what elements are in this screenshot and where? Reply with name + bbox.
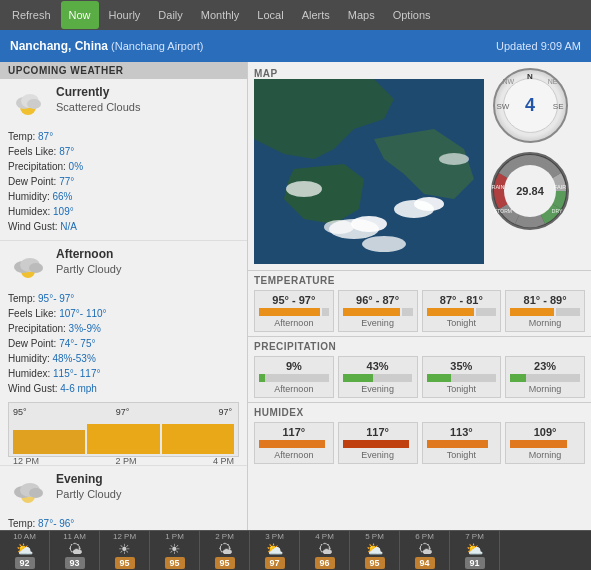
hour-3pm: 3 PM ⛅ 97 [250, 531, 300, 570]
evening-details: Temp: 87°- 96° Feels Like: 102°- 107° Pr… [8, 516, 239, 530]
svg-text:DRY: DRY [552, 208, 563, 214]
afternoon-icon [8, 247, 48, 287]
temperature-section: TEMPERATURE 95° - 97° Afternoon 96° - 87… [248, 270, 591, 336]
compass: NW N NE SW SE 4 [493, 68, 568, 143]
precip-morning: 23% Morning [505, 356, 585, 398]
humidex-afternoon: 117° Afternoon [254, 422, 334, 464]
svg-point-22 [286, 181, 322, 197]
precipitation-title: PRECIPITATION [254, 341, 585, 352]
map-label: MAP [254, 68, 484, 79]
refresh-button[interactable]: Refresh [4, 1, 59, 29]
svg-point-18 [351, 216, 387, 232]
afternoon-condition: Partly Cloudy [56, 263, 121, 275]
humidex-title: HUMIDEX [254, 407, 585, 418]
precip-afternoon: 9% Afternoon [254, 356, 334, 398]
afternoon-chart: 95° 97° 97° 12 PM 2 PM 4 PM [8, 402, 239, 457]
afternoon-block: Afternoon Partly Cloudy Temp: 95°- 97° F… [0, 241, 247, 466]
location-bar: Nanchang, China (Nanchang Airport) Updat… [0, 30, 591, 62]
evening-block: Evening Partly Cloudy Temp: 87°- 96° Fee… [0, 466, 247, 530]
barometer-svg: 29.84 RAIN FAIR STORM DRY [490, 151, 570, 231]
currently-block: Currently Scattered Clouds Temp: 87° Fee… [0, 79, 247, 241]
map-container [254, 79, 484, 264]
currently-title: Currently [56, 85, 140, 99]
temp-evening: 96° - 87° Evening [338, 290, 418, 332]
temperature-title: TEMPERATURE [254, 275, 585, 286]
svg-point-3 [27, 99, 41, 109]
currently-condition: Scattered Clouds [56, 101, 140, 113]
evening-condition: Partly Cloudy [56, 488, 121, 500]
humidex-grid: 117° Afternoon 117° Evening 113° [254, 422, 585, 464]
afternoon-title: Afternoon [56, 247, 121, 261]
nav-hourly[interactable]: Hourly [101, 1, 149, 29]
temperature-grid: 95° - 97° Afternoon 96° - 87° Evening [254, 290, 585, 332]
precipitation-grid: 9% Afternoon 43% Evening 35% [254, 356, 585, 398]
svg-point-21 [414, 197, 444, 211]
evening-icon [8, 472, 48, 512]
nav-daily[interactable]: Daily [150, 1, 190, 29]
hour-6pm: 6 PM 🌤 94 [400, 531, 450, 570]
hour-7pm: 7 PM ⛅ 91 [450, 531, 500, 570]
nav-alerts[interactable]: Alerts [294, 1, 338, 29]
currently-icon [8, 85, 48, 125]
nav-local[interactable]: Local [249, 1, 291, 29]
svg-point-7 [29, 263, 43, 273]
right-panel: MAP [248, 62, 591, 530]
evening-title: Evening [56, 472, 121, 486]
top-nav: Refresh Now Hourly Daily Monthly Local A… [0, 0, 591, 30]
svg-text:RAIN: RAIN [491, 184, 504, 190]
map-section: MAP [248, 62, 591, 270]
svg-point-24 [362, 236, 406, 252]
nav-now[interactable]: Now [61, 1, 99, 29]
upcoming-header: UPCOMING WEATHER [0, 62, 247, 79]
humidex-morning: 109° Morning [505, 422, 585, 464]
hour-4pm: 4 PM 🌤 96 [300, 531, 350, 570]
humidex-evening: 117° Evening [338, 422, 418, 464]
precipitation-section: PRECIPITATION 9% Afternoon 43% [248, 336, 591, 402]
currently-header: Currently Scattered Clouds [8, 85, 239, 125]
nav-options[interactable]: Options [385, 1, 439, 29]
precip-evening: 43% Evening [338, 356, 418, 398]
compass-barometer-container: NW N NE SW SE 4 [490, 68, 570, 264]
temp-tonight: 87° - 81° Tonight [422, 290, 502, 332]
updated-time: Updated 9:09 AM [496, 40, 581, 52]
hour-5pm: 5 PM ⛅ 95 [350, 531, 400, 570]
humidex-section: HUMIDEX 117° Afternoon 117° Evening [248, 402, 591, 468]
nav-maps[interactable]: Maps [340, 1, 383, 29]
svg-point-11 [29, 488, 43, 498]
hour-10am: 10 AM ⛅ 92 [0, 531, 50, 570]
hour-1pm: 1 PM ☀ 95 [150, 531, 200, 570]
svg-point-23 [439, 153, 469, 165]
currently-details: Temp: 87° Feels Like: 87° Precipitation:… [8, 129, 239, 234]
humidex-tonight: 113° Tonight [422, 422, 502, 464]
main-content: UPCOMING WEATHER Currently Scattered Clo… [0, 62, 591, 530]
hour-12pm: 12 PM ☀ 95 [100, 531, 150, 570]
svg-text:29.84: 29.84 [516, 185, 544, 197]
svg-text:FAIR: FAIR [554, 184, 566, 190]
nav-monthly[interactable]: Monthly [193, 1, 248, 29]
temp-afternoon: 95° - 97° Afternoon [254, 290, 334, 332]
hour-11am: 11 AM 🌤 93 [50, 531, 100, 570]
hour-2pm: 2 PM 🌤 95 [200, 531, 250, 570]
afternoon-details: Temp: 95°- 97° Feels Like: 107°- 110° Pr… [8, 291, 239, 396]
left-panel: UPCOMING WEATHER Currently Scattered Clo… [0, 62, 248, 530]
svg-point-19 [324, 220, 354, 234]
temp-morning: 81° - 89° Morning [505, 290, 585, 332]
bottom-strip: 10 AM ⛅ 92 11 AM 🌤 93 12 PM ☀ 95 1 PM ☀ … [0, 530, 591, 570]
location-name: Nanchang, China (Nanchang Airport) [10, 39, 203, 53]
precip-tonight: 35% Tonight [422, 356, 502, 398]
svg-text:STORM: STORM [494, 208, 512, 214]
